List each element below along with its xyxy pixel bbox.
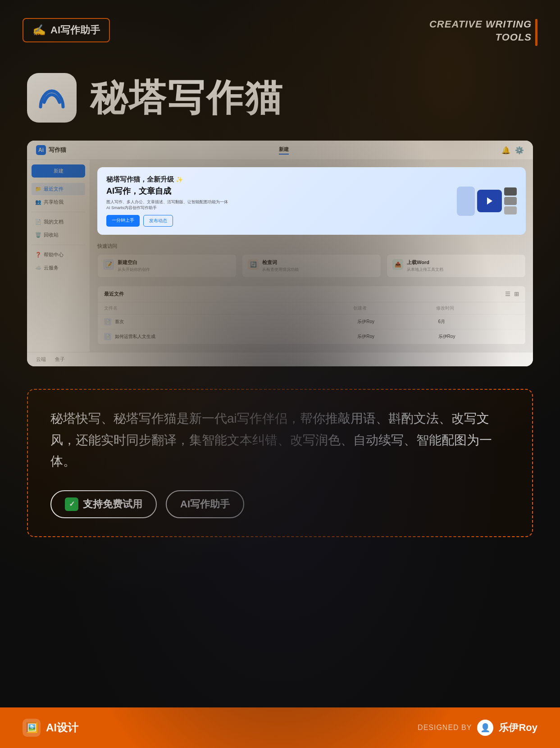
quick-word-text: 上载Word 从本地上传工具文档 <box>407 259 443 273</box>
mockup-body: 新建 📁 最近文件 👥 共享给我 📄 我的文档 � <box>27 160 533 352</box>
quick-word-desc: 从本地上传工具文档 <box>407 267 443 273</box>
notification-icon[interactable]: 🔔 <box>501 146 510 155</box>
mockup-footer: 云端 鱼子 <box>27 352 533 366</box>
row-icon-1: 📄 <box>104 318 111 325</box>
recent-files-section: 最近文件 ☰ ⊞ 文件名 创建者 修改时间 📄 <box>97 286 526 345</box>
quick-word-title: 上载Word <box>407 259 443 266</box>
banner-secondary-button[interactable]: 发布动态 <box>143 215 173 227</box>
row-date-1: 6月 <box>438 319 519 325</box>
mockup-banner: 秘塔写作猫，全新升级 ✨ AI写作，文章自成 图人写作、多人办公、文章描述、活写… <box>97 167 526 235</box>
footer-avatar: 👤 <box>477 720 493 736</box>
sidebar-item-recent[interactable]: 📁 最近文件 <box>32 183 85 195</box>
banner-desc: 图人写作、多人办公、文章描述、活写翻版、让智能配图功能为一体AI Smarts内… <box>106 199 228 210</box>
badge-button[interactable]: ✍️ AI写作助手 <box>23 18 110 42</box>
checkmark-icon: ✓ <box>65 497 78 511</box>
sidebar-item-mydocs-label: 我的文档 <box>44 219 64 225</box>
header: ✍️ AI写作助手 CREATIVE WRITING TOOLS <box>0 0 560 55</box>
quick-section-title: 快速访问 <box>97 243 526 250</box>
banner-upgrade-icon: ✨ <box>176 176 183 183</box>
table-row[interactable]: 📄 首次 乐伊Roy 6月 <box>98 315 525 329</box>
sidebar-item-trash[interactable]: 🗑️ 回收站 <box>32 229 85 241</box>
creative-tools-bar <box>535 19 537 46</box>
sidebar-item-cloud[interactable]: ☁️ 云服务 <box>32 262 85 274</box>
row-icon-2: 📄 <box>104 333 111 340</box>
table-row[interactable]: 📄 如何运营私人文生成 乐伊Roy 乐伊Roy <box>98 329 525 344</box>
sidebar-item-mydocs[interactable]: 📄 我的文档 <box>32 216 85 228</box>
footer-right: DESIGNED BY 👤 乐伊Roy <box>418 720 537 736</box>
sidebar-mydocs-icon: 📄 <box>35 219 41 225</box>
recent-table-header: 文件名 创建者 修改时间 <box>98 302 525 315</box>
quick-new-desc: 从头开始你的创作 <box>118 267 150 273</box>
mockup-tabs: 新建 <box>279 146 289 155</box>
description-box: 秘塔快写、秘塔写作猫是新一代ai写作伴侣，帮你推敲用语、斟酌文法、改写文风，还能… <box>27 389 533 537</box>
mockup-actions: 🔔 ⚙️ <box>501 146 524 155</box>
col-name-header: 文件名 <box>104 305 353 311</box>
quick-actions: 📝 新建空白 从头开始你的创作 🔄 检查词 从检查使用情况功能 <box>97 254 526 278</box>
sidebar-new-button[interactable]: 新建 <box>32 164 85 178</box>
illus-blocks <box>504 187 517 214</box>
app-mockup: Ai 写作猫 新建 🔔 ⚙️ 新建 📁 最近文件 <box>27 141 533 366</box>
footer-left: 🖼️ AI设计 <box>23 719 78 737</box>
quick-action-new[interactable]: 📝 新建空白 从头开始你的创作 <box>97 254 237 278</box>
banner-title: 秘塔写作猫，全新升级 ✨ <box>106 175 228 184</box>
ai-writing-button[interactable]: AI写作助手 <box>166 490 244 518</box>
app-title-section: 秘塔写作猫 <box>0 55 560 136</box>
sidebar-trash-icon: 🗑️ <box>35 232 41 238</box>
illus-phone <box>457 187 475 216</box>
sidebar-shared-icon: 👥 <box>35 199 41 205</box>
sidebar-recent-icon: 📁 <box>35 186 41 192</box>
settings-icon[interactable]: ⚙️ <box>515 146 524 155</box>
banner-subtitle: AI写作，文章自成 <box>106 186 228 196</box>
row-name-1: 首次 <box>115 319 357 325</box>
quick-check-icon: 🔄 <box>248 259 259 270</box>
sidebar-item-help[interactable]: ❓ 帮助中心 <box>32 249 85 261</box>
grid-icon[interactable]: ⊞ <box>514 291 519 297</box>
footer-item-fish: 鱼子 <box>55 356 65 363</box>
mockup-sidebar: 新建 📁 最近文件 👥 共享给我 📄 我的文档 � <box>27 160 90 352</box>
sidebar-item-cloud-label: 云服务 <box>44 265 59 271</box>
mockup-logo-icon: Ai <box>36 145 46 155</box>
quick-new-icon: 📝 <box>103 259 114 270</box>
col-creator-header: 创建者 <box>353 305 436 311</box>
quick-action-check[interactable]: 🔄 检查词 从检查使用情况功能 <box>242 254 381 278</box>
footer-ai-design-label: AI设计 <box>46 721 78 735</box>
footer-item-cloud: 云端 <box>36 356 46 363</box>
row-creator-2: 乐伊Roy <box>357 333 438 340</box>
mockup-topbar: Ai 写作猫 新建 🔔 ⚙️ <box>27 141 533 160</box>
designed-by-label: DESIGNED BY <box>418 724 472 732</box>
desc-buttons: ✓ 支持免费试用 AI写作助手 <box>50 490 510 518</box>
quick-word-icon: 📤 <box>392 259 403 270</box>
sidebar-item-trash-label: 回收站 <box>44 232 59 238</box>
free-trial-button[interactable]: ✓ 支持免费试用 <box>50 490 157 518</box>
app-name: 秘塔写作猫 <box>90 79 284 116</box>
recent-title: 最近文件 <box>104 291 124 297</box>
row-date-2: 乐伊Roy <box>438 333 519 340</box>
app-logo-svg <box>36 82 68 114</box>
sidebar-divider <box>32 212 85 212</box>
creative-tools-section: CREATIVE WRITING TOOLS <box>429 18 537 46</box>
illus-block-2 <box>504 197 517 205</box>
banner-illustration <box>457 187 517 216</box>
illus-block-1 <box>504 187 517 196</box>
row-name-2: 如何运营私人文生成 <box>115 333 357 340</box>
quick-action-word[interactable]: 📤 上载Word 从本地上传工具文档 <box>387 254 526 278</box>
hand-icon: ✍️ <box>32 24 46 36</box>
mockup-main-content: 秘塔写作猫，全新升级 ✨ AI写作，文章自成 图人写作、多人办公、文章描述、活写… <box>90 160 533 352</box>
description-text: 秘塔快写、秘塔写作猫是新一代ai写作伴侣，帮你推敲用语、斟酌文法、改写文风，还能… <box>50 408 510 472</box>
illus-screen <box>477 190 502 212</box>
sidebar-item-shared[interactable]: 👥 共享给我 <box>32 196 85 208</box>
list-icon[interactable]: ☰ <box>505 291 510 297</box>
banner-buttons: 一分钟上手 发布动态 <box>106 215 228 227</box>
mockup-logo: Ai 写作猫 <box>36 145 66 155</box>
quick-check-text: 检查词 从检查使用情况功能 <box>262 259 299 273</box>
banner-primary-button[interactable]: 一分钟上手 <box>106 215 140 227</box>
row-creator-1: 乐伊Roy <box>357 319 438 325</box>
illus-block-3 <box>504 206 517 214</box>
col-update-header: 修改时间 <box>436 305 519 311</box>
illus-play-icon <box>487 197 492 205</box>
sidebar-divider2 <box>32 245 85 245</box>
sidebar-item-shared-label: 共享给我 <box>44 199 64 205</box>
mockup-tab-new[interactable]: 新建 <box>279 146 289 155</box>
footer-design-icon: 🖼️ <box>23 719 41 737</box>
ai-writing-label: AI写作助手 <box>180 497 230 511</box>
